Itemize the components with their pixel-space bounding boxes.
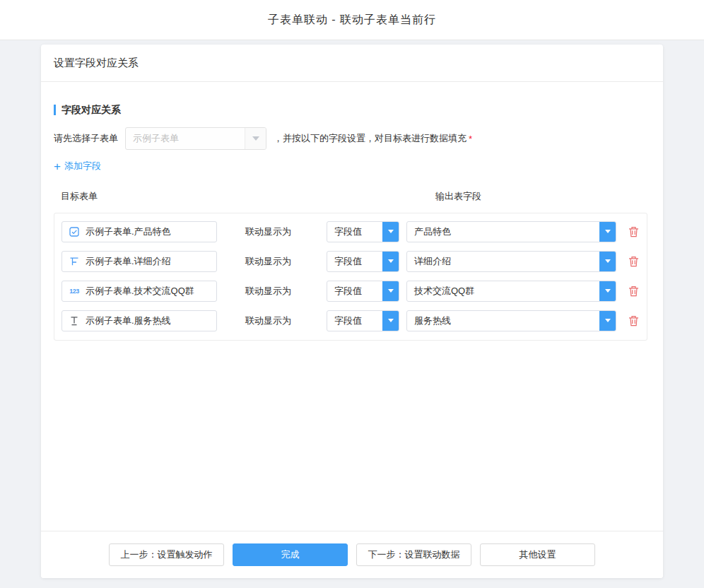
next-step-button[interactable]: 下一步：设置联动数据 [356,543,471,566]
card-body: 字段对应关系 请先选择子表单 示例子表单 ，并按以下的字段设置，对目标表进行数据… [41,105,663,341]
plus-icon: + [54,162,61,171]
delete-row-trash-icon[interactable] [628,315,639,327]
subform-select-row: 请先选择子表单 示例子表单 ，并按以下的字段设置，对目标表进行数据填充 * [54,127,650,150]
delete-row-trash-icon[interactable] [628,286,639,297]
display-mode-select[interactable]: 字段值 [327,281,399,302]
field-mapping-list: 示例子表单.产品特色 联动显示为 字段值 产品特色 示例子表单.详细介绍 联动显… [54,213,647,341]
chevron-down-icon [245,128,266,149]
delete-row-trash-icon[interactable] [628,226,639,237]
delete-row-trash-icon[interactable] [628,256,639,267]
output-field-value: 服务热线 [407,314,451,327]
target-field-label: 示例子表单.技术交流QQ群 [86,285,194,298]
target-field-label: 示例子表单.详细介绍 [86,255,171,268]
column-header-output: 输出表字段 [435,190,481,203]
output-field-value: 详细介绍 [407,255,451,268]
chevron-down-icon[interactable] [382,311,399,331]
section-title: 字段对应关系 [54,105,650,115]
chevron-down-icon[interactable] [599,311,616,331]
link-display-label: 联动显示为 [245,285,292,298]
subform-select-hint: ，并按以下的字段设置，对目标表进行数据填充 [274,132,467,145]
checkbox-icon [69,227,80,237]
display-mode-value: 字段值 [327,225,362,238]
target-field-box[interactable]: 示例子表单.服务热线 [61,310,217,331]
settings-card: 设置字段对应关系 字段对应关系 请先选择子表单 示例子表单 ，并按以下的字段设置… [41,45,663,578]
subform-select-label: 请先选择子表单 [54,132,118,145]
footer-actions: 上一步：设置触发动作 完成 下一步：设置联动数据 其他设置 [41,531,663,578]
output-field-select[interactable]: 技术交流QQ群 [406,281,616,302]
chevron-down-icon[interactable] [382,222,399,242]
add-field-button[interactable]: + 添加字段 [54,160,101,172]
subform-select-placeholder: 示例子表单 [126,132,179,145]
target-field-box[interactable]: 示例子表单.详细介绍 [61,251,217,272]
chevron-down-icon[interactable] [382,281,399,301]
target-field-box[interactable]: 示例子表单.产品特色 [61,221,217,242]
target-field-label: 示例子表单.服务热线 [86,314,171,327]
dialog-title: 子表单联动 - 联动子表单当前行 [268,13,436,28]
chevron-down-icon[interactable] [599,281,616,301]
column-header-target: 目标表单 [61,191,98,201]
target-field-box[interactable]: 123 示例子表单.技术交流QQ群 [61,281,217,302]
page: 子表单联动 - 联动子表单当前行 设置字段对应关系 字段对应关系 请先选择子表单… [0,0,704,588]
add-field-label: 添加字段 [64,160,101,172]
output-field-value: 产品特色 [407,225,451,238]
column-headers: 目标表单 输出表字段 [54,190,650,202]
output-field-value: 技术交流QQ群 [407,285,474,298]
chevron-down-icon[interactable] [599,252,616,271]
dialog-header: 子表单联动 - 联动子表单当前行 [0,0,704,40]
done-button[interactable]: 完成 [233,543,348,566]
output-field-select[interactable]: 详细介绍 [406,251,616,272]
output-field-select[interactable]: 服务热线 [406,310,616,331]
display-mode-select[interactable]: 字段值 [327,251,399,272]
other-settings-button[interactable]: 其他设置 [480,543,595,566]
richtext-icon [69,257,80,266]
text-icon [69,316,80,326]
required-asterisk: * [469,134,472,144]
chevron-down-icon[interactable] [382,252,399,271]
field-mapping-row: 123 示例子表单.技术交流QQ群 联动显示为 字段值 技术交流QQ群 [61,281,640,302]
chevron-down-icon[interactable] [599,222,616,242]
field-mapping-row: 示例子表单.服务热线 联动显示为 字段值 服务热线 [61,310,640,331]
field-mapping-row: 示例子表单.详细介绍 联动显示为 字段值 详细介绍 [61,251,640,272]
field-mapping-row: 示例子表单.产品特色 联动显示为 字段值 产品特色 [61,221,640,242]
prev-step-button[interactable]: 上一步：设置触发动作 [109,543,224,566]
link-display-label: 联动显示为 [245,225,292,238]
number-icon: 123 [69,288,80,295]
display-mode-value: 字段值 [327,314,362,327]
card-title: 设置字段对应关系 [41,45,663,82]
display-mode-select[interactable]: 字段值 [327,310,399,331]
display-mode-value: 字段值 [327,285,362,298]
display-mode-value: 字段值 [327,255,362,268]
subform-select[interactable]: 示例子表单 [125,127,266,150]
link-display-label: 联动显示为 [245,255,292,268]
target-field-label: 示例子表单.产品特色 [86,225,171,238]
link-display-label: 联动显示为 [245,314,292,327]
display-mode-select[interactable]: 字段值 [327,221,399,242]
output-field-select[interactable]: 产品特色 [406,221,616,242]
